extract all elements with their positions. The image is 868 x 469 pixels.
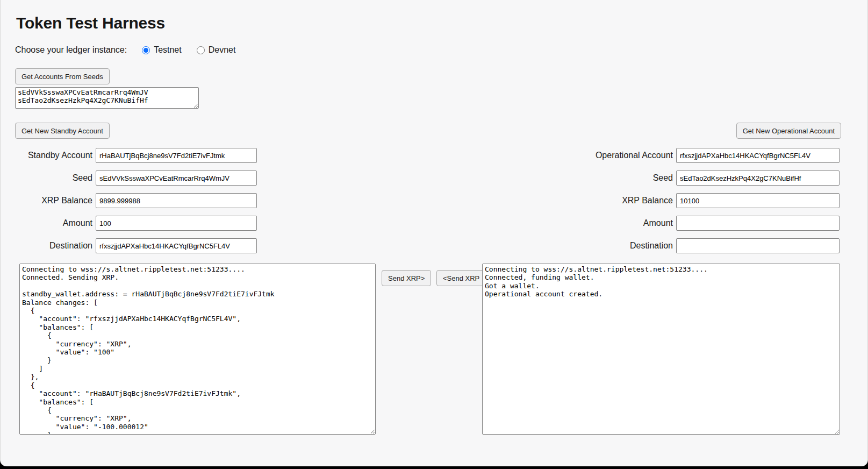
testnet-radio-label: Testnet bbox=[154, 45, 182, 55]
standby-log-textarea[interactable]: Connecting to wss://s.altnet.rippletest.… bbox=[19, 264, 376, 435]
operational-account-row: Operational Account bbox=[484, 144, 840, 167]
send-xrp-to-operational-button[interactable]: Send XRP> bbox=[382, 270, 431, 286]
operational-seed-input[interactable] bbox=[676, 170, 840, 186]
standby-xrp-balance-row: XRP Balance bbox=[0, 189, 257, 212]
operational-destination-label: Destination bbox=[484, 241, 676, 251]
standby-destination-label: Destination bbox=[0, 241, 96, 251]
operational-xrp-balance-row: XRP Balance bbox=[484, 189, 840, 212]
ledger-instance-selector: Choose your ledger instance: Testnet Dev… bbox=[15, 45, 250, 55]
get-new-standby-account-button[interactable]: Get New Standby Account bbox=[15, 123, 110, 139]
devnet-radio[interactable] bbox=[197, 46, 205, 54]
operational-destination-input[interactable] bbox=[676, 238, 840, 253]
operational-destination-row: Destination bbox=[484, 234, 840, 257]
standby-destination-row: Destination bbox=[0, 234, 257, 257]
standby-account-row: Standby Account bbox=[0, 144, 257, 167]
operational-account-label: Operational Account bbox=[484, 151, 676, 160]
standby-account-label: Standby Account bbox=[0, 151, 96, 160]
operational-amount-label: Amount bbox=[484, 218, 676, 228]
standby-amount-label: Amount bbox=[0, 218, 96, 228]
testnet-radio[interactable] bbox=[142, 46, 150, 54]
radio-option-devnet[interactable]: Devnet bbox=[197, 45, 236, 55]
seeds-textarea[interactable]: sEdVVkSsswaXPCvEatRmcarRrq4WmJV sEdTao2d… bbox=[15, 87, 199, 109]
standby-xrp-balance-input[interactable] bbox=[96, 193, 257, 208]
get-new-operational-account-button[interactable]: Get New Operational Account bbox=[736, 123, 841, 139]
radio-option-testnet[interactable]: Testnet bbox=[142, 45, 182, 55]
operational-account-input[interactable] bbox=[676, 148, 840, 163]
get-accounts-from-seeds-button[interactable]: Get Accounts From Seeds bbox=[15, 68, 110, 84]
page-title: Token Test Harness bbox=[16, 14, 165, 32]
standby-seed-row: Seed bbox=[0, 167, 257, 189]
token-test-harness-page: Token Test Harness Choose your ledger in… bbox=[0, 0, 868, 466]
standby-account-input[interactable] bbox=[96, 148, 257, 163]
operational-seed-row: Seed bbox=[484, 167, 840, 189]
operational-xrp-balance-input[interactable] bbox=[676, 193, 840, 208]
standby-amount-row: Amount bbox=[0, 212, 257, 234]
operational-amount-input[interactable] bbox=[676, 216, 840, 231]
operational-amount-row: Amount bbox=[484, 212, 840, 234]
ledger-instance-label: Choose your ledger instance: bbox=[15, 45, 127, 55]
operational-seed-label: Seed bbox=[484, 173, 676, 183]
standby-destination-input[interactable] bbox=[96, 238, 257, 253]
devnet-radio-label: Devnet bbox=[209, 45, 236, 55]
operational-account-form: Operational Account Seed XRP Balance Amo… bbox=[484, 144, 840, 257]
standby-account-form: Standby Account Seed XRP Balance Amount … bbox=[0, 144, 257, 257]
operational-log-textarea[interactable]: Connecting to wss://s.altnet.rippletest.… bbox=[482, 264, 840, 435]
operational-xrp-balance-label: XRP Balance bbox=[484, 196, 676, 205]
standby-seed-input[interactable] bbox=[96, 170, 257, 186]
standby-xrp-balance-label: XRP Balance bbox=[0, 196, 96, 205]
standby-seed-label: Seed bbox=[0, 173, 96, 183]
send-xrp-to-standby-button[interactable]: <Send XRP bbox=[436, 270, 486, 286]
standby-amount-input[interactable] bbox=[96, 216, 257, 231]
